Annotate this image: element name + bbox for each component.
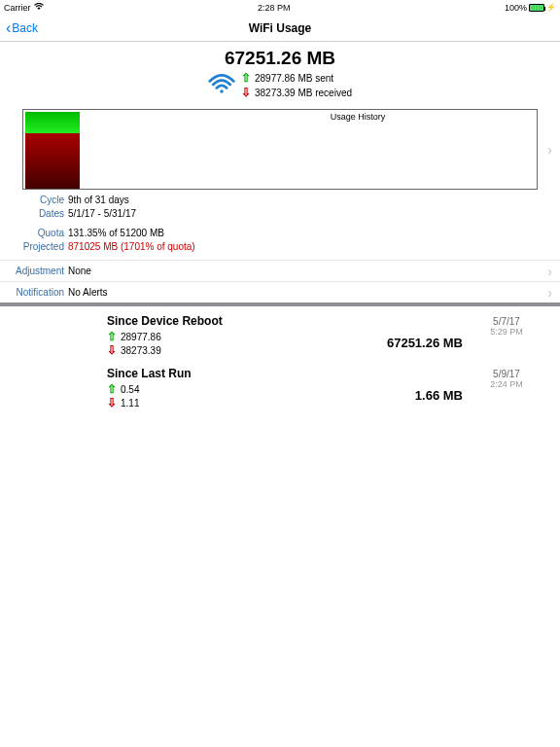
battery-icon	[529, 4, 544, 12]
adjustment-value: None	[68, 266, 91, 276]
cycle-label: Cycle	[0, 194, 68, 207]
status-bar: Carrier 2:28 PM 100% ⚡	[0, 0, 560, 15]
quota-info: Quota131.35% of 51200 MB Projected871025…	[0, 227, 560, 254]
since-reboot-total: 67251.26 MB	[272, 314, 463, 350]
since-reboot-time: 5:29 PM	[463, 327, 550, 337]
battery-percent: 100%	[505, 3, 527, 13]
since-last-received: 1.11	[121, 398, 139, 409]
since-last-total: 1.66 MB	[272, 367, 463, 403]
received-value: 38273.39 MB received	[255, 88, 352, 98]
nav-bar: ‹ Back WiFi Usage	[0, 15, 560, 42]
total-usage: 67251.26 MB	[0, 48, 560, 69]
usage-history-panel[interactable]: Usage History	[22, 109, 538, 190]
dates-value: 5/1/17 - 5/31/17	[68, 207, 136, 221]
projected-value: 871025 MB (1701% of quota)	[68, 240, 195, 254]
projected-label: Projected	[0, 240, 68, 254]
chevron-right-icon: ›	[547, 142, 552, 158]
arrow-up-icon: ⇧	[241, 71, 251, 85]
arrow-down-icon: ⇩	[241, 86, 251, 99]
cycle-info: Cycle9th of 31 days Dates5/1/17 - 5/31/1…	[0, 194, 560, 221]
usage-history-bar	[25, 112, 80, 189]
since-reboot-date: 5/7/17	[463, 316, 550, 327]
usage-history-label: Usage History	[179, 112, 537, 122]
since-reboot-received: 38273.39	[121, 345, 161, 356]
arrow-down-icon: ⇩	[107, 343, 117, 357]
since-last-date: 5/9/17	[463, 369, 550, 379]
chevron-right-icon: ›	[547, 264, 552, 279]
notification-label: Notification	[0, 287, 68, 298]
adjustment-row[interactable]: Adjustment None ›	[0, 260, 560, 281]
wifi-icon	[208, 74, 235, 97]
since-reboot-sent: 28977.86	[121, 332, 161, 342]
wifi-status-icon	[34, 3, 44, 13]
chevron-right-icon: ›	[547, 285, 552, 301]
back-label: Back	[12, 21, 38, 35]
dates-label: Dates	[0, 207, 68, 221]
notification-row[interactable]: Notification No Alerts ›	[0, 281, 560, 302]
notification-value: No Alerts	[68, 287, 108, 298]
carrier-label: Carrier	[4, 3, 31, 13]
since-last-sent: 0.54	[121, 384, 139, 395]
back-button[interactable]: ‹ Back	[6, 19, 38, 37]
arrow-up-icon: ⇧	[107, 382, 117, 396]
since-last-row: Since Last Run ⇧0.54 ⇩1.11 1.66 MB 5/9/1…	[0, 359, 560, 411]
since-reboot-title: Since Device Reboot	[107, 314, 272, 328]
quota-value: 131.35% of 51200 MB	[68, 227, 164, 240]
page-title: WiFi Usage	[0, 21, 560, 35]
sent-value: 28977.86 MB sent	[255, 73, 333, 84]
summary-section: 67251.26 MB ⇧28977.86 MB sent ⇩38273.39 …	[0, 42, 560, 103]
since-last-time: 2:24 PM	[463, 379, 550, 389]
chevron-left-icon: ‹	[6, 19, 11, 37]
status-time: 2:28 PM	[258, 3, 291, 13]
arrow-up-icon: ⇧	[107, 330, 117, 343]
arrow-down-icon: ⇩	[107, 396, 117, 409]
charging-icon: ⚡	[546, 3, 556, 12]
adjustment-label: Adjustment	[0, 266, 68, 276]
since-last-title: Since Last Run	[107, 367, 272, 380]
quota-label: Quota	[0, 227, 68, 240]
cycle-value: 9th of 31 days	[68, 194, 129, 207]
since-reboot-row: Since Device Reboot ⇧28977.86 ⇩38273.39 …	[0, 306, 560, 359]
